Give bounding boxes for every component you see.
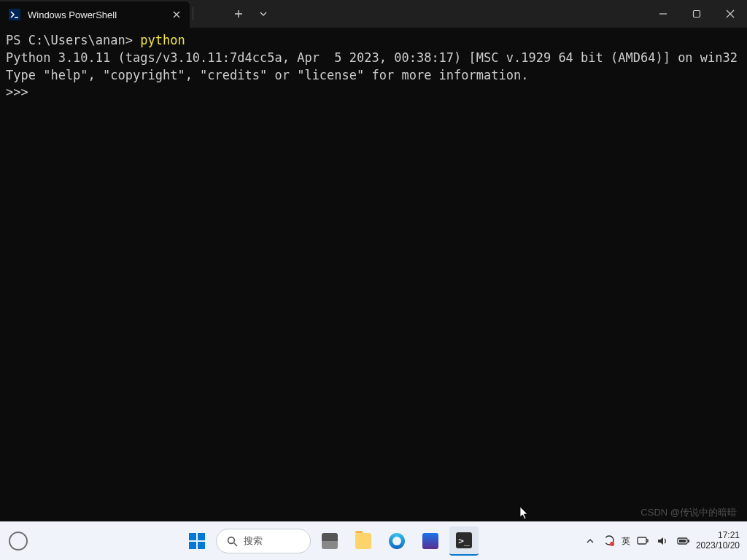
svg-rect-5 xyxy=(688,540,689,542)
titlebar-spacer xyxy=(276,0,646,28)
tray-overflow-button[interactable] xyxy=(584,534,597,548)
svg-point-1 xyxy=(228,537,235,543)
battery-icon xyxy=(677,534,690,548)
network-icon xyxy=(636,534,649,548)
edge-icon xyxy=(389,533,405,549)
svg-rect-3 xyxy=(638,537,646,544)
close-window-button[interactable] xyxy=(713,0,747,28)
python-repl-prompt: >>> xyxy=(6,85,36,99)
edge-button[interactable] xyxy=(382,526,411,556)
search-icon xyxy=(227,536,238,547)
clock-date: 2023/10/20 xyxy=(696,541,740,551)
search-placeholder: 搜索 xyxy=(244,534,263,548)
browser-globe-icon[interactable] xyxy=(9,532,28,551)
terminal-output[interactable]: PS C:\Users\anan> python Python 3.10.11 … xyxy=(0,28,747,521)
task-view-icon xyxy=(322,533,338,549)
new-tab-button[interactable] xyxy=(226,0,251,28)
tab-powershell[interactable]: Windows PowerShell xyxy=(0,1,190,28)
powershell-icon xyxy=(9,9,20,20)
system-tray: 英 17:21 2023/10/20 xyxy=(584,531,747,551)
taskbar-center: 搜索 >_ xyxy=(182,526,479,556)
quick-settings[interactable] xyxy=(636,534,690,548)
python-help-line: Type "help", "copyright", "credits" or "… xyxy=(6,68,528,82)
ms-store-button[interactable] xyxy=(416,526,445,556)
volume-icon xyxy=(657,534,670,548)
terminal-icon: >_ xyxy=(456,532,472,548)
typed-command: python xyxy=(140,33,185,47)
close-tab-button[interactable] xyxy=(171,9,182,20)
tab-controls xyxy=(190,0,226,28)
minimize-button[interactable] xyxy=(646,0,680,28)
taskbar-clock[interactable]: 17:21 2023/10/20 xyxy=(696,531,740,551)
tab-dropdown-button[interactable] xyxy=(251,0,276,28)
taskbar: 搜索 >_ 英 17:21 2023/10/20 xyxy=(0,521,747,560)
clock-time: 17:21 xyxy=(718,531,740,541)
svg-rect-0 xyxy=(694,11,700,18)
window-titlebar: Windows PowerShell xyxy=(0,0,747,28)
security-icon[interactable] xyxy=(603,534,616,548)
svg-point-2 xyxy=(610,542,614,546)
svg-rect-6 xyxy=(679,540,686,542)
task-view-button[interactable] xyxy=(315,526,344,556)
tab-separator xyxy=(193,7,193,20)
store-icon xyxy=(422,533,438,549)
ime-indicator[interactable]: 英 xyxy=(622,535,630,548)
taskbar-left xyxy=(0,532,124,551)
tab-title: Windows PowerShell xyxy=(28,9,163,20)
start-button[interactable] xyxy=(182,526,212,556)
shell-prompt: PS C:\Users\anan> xyxy=(6,33,140,47)
terminal-window: Windows PowerShell PS C:\Users\anan> pyt… xyxy=(0,0,747,521)
terminal-taskbar-button[interactable]: >_ xyxy=(449,526,479,556)
maximize-button[interactable] xyxy=(680,0,713,28)
taskbar-search[interactable]: 搜索 xyxy=(216,529,311,553)
windows-logo-icon xyxy=(189,533,205,549)
file-explorer-button[interactable] xyxy=(349,526,378,556)
folder-icon xyxy=(355,533,371,549)
python-version-line: Python 3.10.11 (tags/v3.10.11:7d4cc5a, A… xyxy=(6,50,738,65)
